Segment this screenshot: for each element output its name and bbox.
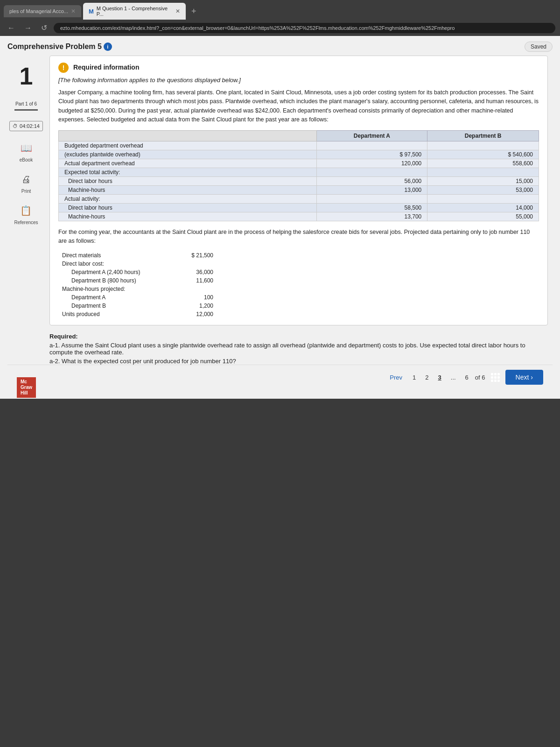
title-area: Comprehensive Problem 5 i: [7, 42, 112, 51]
table-cell-label: Machine-hours: [59, 212, 317, 221]
tab-inactive[interactable]: ples of Managerial Acco... ✕: [4, 5, 81, 17]
main-layout: 1 Part 1 of 6 ⏱ 04:02:14 📖 eBook 🖨 Print: [7, 56, 553, 365]
tab-close-icon[interactable]: ✕: [71, 8, 76, 14]
problem-body-text: Jasper Company, a machine tooling firm, …: [58, 88, 539, 125]
mcgraw-hill-brand: Mc Graw Hill: [17, 377, 36, 398]
question-number: 1: [20, 64, 33, 88]
projected-intro-text: For the coming year, the accountants at …: [58, 228, 539, 246]
main-content-area: ! Required information [The following in…: [45, 56, 553, 365]
projected-label: Direct labor cost:: [58, 260, 180, 268]
prev-button[interactable]: Prev: [386, 372, 406, 383]
projected-data-table: Direct materials$ 21,500Direct labor cos…: [58, 251, 539, 318]
required-item-1: a-2. What is the expected cost per unit …: [49, 358, 548, 365]
next-button[interactable]: Next ›: [505, 370, 543, 385]
table-cell-dept-a: [316, 194, 427, 203]
next-chevron-icon: ›: [531, 374, 533, 381]
print-icon: 🖨: [19, 172, 34, 187]
table-cell-label: Expected total activity:: [59, 168, 317, 176]
sidebar-part-indicator: Part 1 of 6: [14, 101, 38, 112]
required-section: Required: a-1. Assume the Saint Cloud pl…: [49, 333, 548, 365]
part-label: Part 1 of 6: [15, 101, 37, 106]
page-num-ellipsis: ...: [448, 372, 459, 383]
new-tab-button[interactable]: +: [188, 5, 200, 18]
page-num-1[interactable]: 1: [410, 372, 419, 383]
problem-header: Comprehensive Problem 5 i Saved: [7, 42, 553, 52]
table-cell-dept-b: 558,600: [427, 159, 539, 168]
clock-icon: ⏱: [13, 123, 18, 129]
sidebar-item-references[interactable]: 📋 References: [14, 203, 38, 225]
projected-label: Department B (800 hours): [58, 276, 180, 285]
page-num-2[interactable]: 2: [422, 372, 431, 383]
projected-value: 36,000: [180, 268, 217, 276]
italic-intro: [The following information applies to th…: [58, 77, 539, 84]
timer-box: ⏱ 04:02:14: [9, 121, 43, 131]
tab-bar: ples of Managerial Acco... ✕ M M Questio…: [0, 0, 560, 20]
address-input[interactable]: [54, 23, 555, 33]
grid-view-icon: [491, 373, 500, 382]
page-background: Comprehensive Problem 5 i Saved 1 Part 1…: [0, 36, 560, 399]
tab-active[interactable]: M M Question 1 - Comprehensive P... ✕: [83, 3, 186, 20]
grid-icon-container: [491, 373, 500, 382]
table-cell-dept-b: 15,000: [427, 176, 539, 185]
table-cell-dept-a: 120,000: [316, 159, 427, 168]
required-items-list: a-1. Assume the Saint Cloud plant uses a…: [49, 342, 548, 365]
page-num-3[interactable]: 3: [435, 372, 444, 383]
progress-bar: [14, 109, 38, 111]
projected-label: Machine-hours projected:: [58, 285, 180, 293]
print-label: Print: [21, 189, 31, 194]
browser-chrome: ples of Managerial Acco... ✕ M M Questio…: [0, 0, 560, 36]
projected-value: [180, 285, 217, 293]
question-box: ! Required information [The following in…: [49, 56, 548, 325]
of-label: of 6: [475, 374, 485, 381]
references-label: References: [14, 220, 38, 225]
next-label: Next: [516, 374, 529, 381]
table-cell-label: Actual activity:: [59, 194, 317, 203]
sidebar-item-ebook[interactable]: 📖 eBook: [19, 141, 34, 162]
brand-line3: Hill: [21, 390, 32, 396]
page-num-6[interactable]: 6: [462, 372, 471, 383]
bottom-navigation: Mc Graw Hill Prev 1 2 3 ... 6 of 6: [7, 365, 553, 389]
back-button[interactable]: ←: [5, 23, 18, 33]
table-cell-label: Budgeted department overhead: [59, 141, 317, 150]
projected-value: 11,600: [180, 276, 217, 285]
projected-value: $ 21,500: [180, 251, 217, 260]
table-cell-label: Machine-hours: [59, 185, 317, 194]
table-cell-dept-b: 53,000: [427, 185, 539, 194]
tab-active-close-icon[interactable]: ✕: [175, 8, 180, 14]
refresh-button[interactable]: ↺: [38, 22, 50, 33]
alert-icon: !: [58, 63, 69, 73]
info-icon[interactable]: i: [104, 42, 112, 51]
table-cell-label: Direct labor hours: [59, 203, 317, 212]
sidebar-item-print[interactable]: 🖨 Print: [19, 172, 34, 194]
projected-label: Direct materials: [58, 251, 180, 260]
projected-value: [180, 260, 217, 268]
table-header-label: [59, 130, 317, 141]
table-cell-dept-b: [427, 194, 539, 203]
table-cell-dept-b: 14,000: [427, 203, 539, 212]
forward-button[interactable]: →: [21, 23, 35, 33]
saved-badge: Saved: [525, 42, 553, 52]
table-cell-dept-a: $ 97,500: [316, 150, 427, 159]
page-content: Comprehensive Problem 5 i Saved 1 Part 1…: [0, 36, 560, 399]
table-cell-dept-a: 58,500: [316, 203, 427, 212]
table-cell-dept-b: $ 540,600: [427, 150, 539, 159]
projected-label: Department B: [58, 302, 180, 310]
table-cell-label: Direct labor hours: [59, 176, 317, 185]
projected-label: Department A (2,400 hours): [58, 268, 180, 276]
ebook-label: eBook: [20, 157, 33, 162]
tab-m-icon: M: [89, 8, 94, 15]
timer-display: 04:02:14: [20, 123, 40, 129]
tab-active-label: M Question 1 - Comprehensive P...: [97, 6, 173, 17]
table-cell-dept-a: 13,700: [316, 212, 427, 221]
table-header-dept-a: Department A: [316, 130, 427, 141]
table-cell-dept-a: 13,000: [316, 185, 427, 194]
references-icon: 📋: [19, 203, 34, 218]
projected-label: Department A: [58, 293, 180, 302]
table-cell-dept-b: 55,000: [427, 212, 539, 221]
projected-value: 1,200: [180, 302, 217, 310]
address-bar-row: ← → ↺: [0, 20, 560, 36]
table-cell-label: (excludes plantwide overhead): [59, 150, 317, 159]
required-info-title-text: Required information: [73, 63, 140, 71]
sidebar: 1 Part 1 of 6 ⏱ 04:02:14 📖 eBook 🖨 Print: [7, 56, 45, 365]
required-label: Required:: [49, 333, 78, 340]
